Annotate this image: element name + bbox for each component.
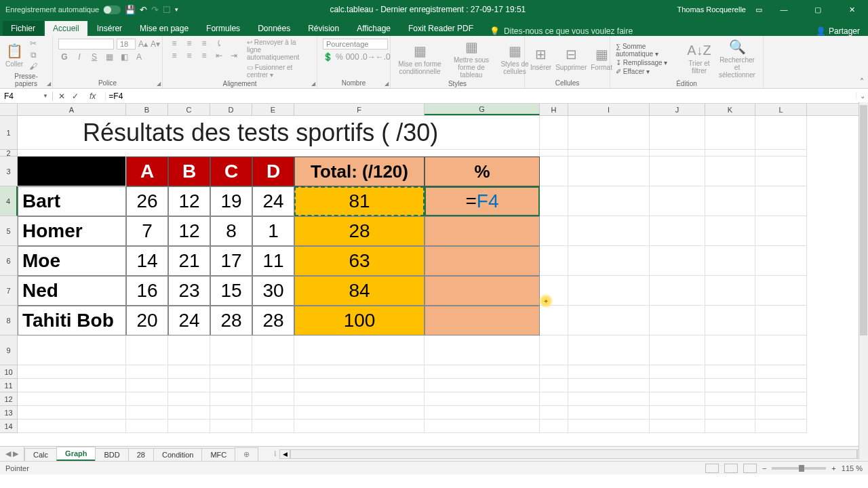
cell[interactable] [650,116,705,150]
data-cell[interactable]: 28 [252,306,294,336]
close-button[interactable]: ✕ [840,0,864,19]
add-sheet-button[interactable]: ⊕ [235,447,258,461]
dialog-launcher-icon[interactable]: ◢ [157,81,161,87]
row-header[interactable]: 9 [0,336,18,365]
cell[interactable] [126,336,168,365]
align-middle-icon[interactable]: ≡ [183,39,195,48]
cell[interactable] [650,157,705,186]
toggle-switch[interactable] [103,5,121,14]
cell[interactable] [650,406,705,420]
name-cell[interactable]: Homer [18,216,126,246]
touch-mode-icon[interactable]: ☐ [163,5,171,15]
cell[interactable] [425,379,540,392]
cell[interactable] [425,406,540,420]
cell[interactable] [705,186,755,216]
align-top-icon[interactable]: ≡ [168,39,180,48]
grow-font-icon[interactable]: A▴ [138,39,148,49]
cell[interactable] [755,186,807,216]
sheet-tab[interactable]: Condition [153,448,202,461]
cell[interactable] [540,379,568,392]
cell[interactable] [210,420,252,433]
autosum-button[interactable]: ∑ Somme automatique ▾ [616,43,682,58]
data-cell[interactable]: 16 [126,276,168,306]
format-as-table-button[interactable]: ▦Mettre sous forme de tableau [448,39,495,79]
cell[interactable] [425,392,540,406]
cell[interactable] [540,150,568,157]
cell[interactable] [210,406,252,420]
expand-formula-bar-icon[interactable]: ⌄ [856,92,868,100]
cell[interactable] [755,276,807,306]
row-header[interactable]: 7 [0,276,18,306]
account-icon[interactable]: ▭ [755,5,762,14]
cell[interactable] [540,246,568,276]
select-all-corner[interactable] [0,104,18,115]
cell[interactable] [425,365,540,379]
tab-formulas[interactable]: Formules [198,21,248,36]
cell[interactable] [252,379,294,392]
cell[interactable] [294,379,425,392]
cell[interactable] [168,392,210,406]
col-header[interactable]: G [425,104,540,115]
sheet-tab[interactable]: 28 [128,448,154,461]
save-icon[interactable]: 💾 [125,5,136,15]
data-cell[interactable]: 23 [168,276,210,306]
cell[interactable] [252,365,294,379]
align-left-icon[interactable]: ≡ [168,51,180,60]
tab-review[interactable]: Révision [300,21,347,36]
bold-icon[interactable]: G [58,52,71,62]
horizontal-scrollbar[interactable]: ⁞ ◀ ▶ [271,447,868,461]
merge-center-button[interactable]: ▭ Fusionner et centrer ▾ [247,64,311,79]
data-cell[interactable]: 12 [168,186,210,216]
cell[interactable] [18,365,126,379]
font-size-combo[interactable] [117,39,136,49]
name-cell[interactable]: Moe [18,246,126,276]
header-cell[interactable]: C [210,157,252,186]
cell[interactable] [705,150,755,157]
cell[interactable] [705,420,755,433]
cell[interactable] [650,246,705,276]
tell-me[interactable]: 💡 Dites-nous ce que vous voulez faire [490,26,633,36]
delete-cells-button[interactable]: ⊟Supprimer [555,46,587,71]
cell[interactable] [568,157,650,186]
cell[interactable] [755,150,807,157]
pct-cell[interactable] [425,246,540,276]
paste-button[interactable]: 📋 Coller [5,43,23,68]
header-cell[interactable]: % [425,157,540,186]
decrease-decimal-icon[interactable]: ←.0 [376,52,388,62]
title-cell[interactable]: Résultats des tests sportifs ( /30) [18,116,540,150]
total-cell[interactable]: 28 [294,216,425,246]
pct-cell[interactable] [425,216,540,246]
sheet-tab[interactable]: Graph [56,447,96,461]
total-cell[interactable]: 100 [294,306,425,336]
data-cell[interactable]: 24 [168,306,210,336]
name-cell[interactable]: Bart [18,186,126,216]
cell[interactable] [650,392,705,406]
col-header[interactable]: L [755,104,807,115]
cell[interactable] [568,379,650,392]
active-cell[interactable]: =F4 [425,186,540,216]
cell[interactable] [18,379,126,392]
page-break-view-icon[interactable] [743,464,757,473]
redo-icon[interactable]: ↷ [151,5,159,15]
scrollbar-track[interactable] [290,449,857,459]
cell[interactable] [568,116,650,150]
col-header[interactable]: A [18,104,126,115]
cell[interactable] [252,392,294,406]
sheet-nav[interactable]: ◀ ▶ [0,447,24,461]
tab-view[interactable]: Affichage [349,21,399,36]
tab-insert[interactable]: Insérer [89,21,130,36]
data-cell[interactable]: 24 [252,186,294,216]
collapse-ribbon-icon[interactable]: ˄ [860,77,864,87]
data-cell[interactable]: 30 [252,276,294,306]
row-header[interactable]: 13 [0,406,18,420]
cell[interactable] [168,365,210,379]
cell[interactable] [755,365,807,379]
enter-formula-icon[interactable]: ✓ [72,92,79,101]
zoom-out-icon[interactable]: − [762,464,766,472]
spreadsheet-grid[interactable]: A B C D E F G H I J K L 1 Résultats des … [0,104,868,446]
cell[interactable] [755,157,807,186]
cell[interactable] [650,276,705,306]
zoom-in-icon[interactable]: + [831,464,835,472]
cell[interactable] [705,365,755,379]
cell[interactable] [755,392,807,406]
